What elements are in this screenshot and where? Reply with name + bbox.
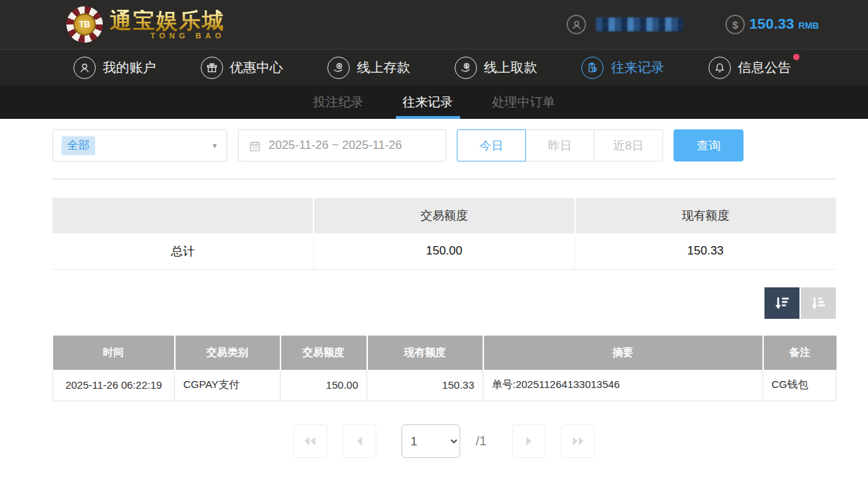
tab-betting-records[interactable]: 投注纪录 — [311, 85, 367, 119]
records-table: 时间 交易类别 交易额度 现有额度 摘要 备注 2025-11-26 06:22… — [52, 336, 837, 402]
site-subtitle: TONG BAO — [110, 32, 225, 40]
table-row: 2025-11-26 06:22:19 CGPAY支付 150.00 150.3… — [53, 370, 837, 401]
site-title: 通宝娱乐城 — [110, 10, 225, 31]
nav-item-withdraw[interactable]: 线上取款 — [455, 57, 537, 79]
double-chevron-right-icon — [570, 436, 585, 447]
site-logo[interactable]: TB 通宝娱乐城 TONG BAO — [66, 6, 225, 43]
cell-summary: 单号:202511264133013546 — [483, 370, 763, 401]
cell-current-balance: 150.33 — [367, 370, 483, 401]
chevron-left-icon — [354, 436, 365, 447]
tab-pending-orders[interactable]: 处理中订单 — [490, 85, 558, 119]
pagination: 1 /1 — [52, 424, 836, 458]
filter-row: 全部 ▼ 2025-11-26 ~ 2025-11-26 今日 昨日 近8日 查… — [52, 129, 836, 162]
summary-header-current-balance: 现有额度 — [575, 198, 836, 234]
last-page-button[interactable] — [561, 424, 595, 458]
cell-note: CG钱包 — [763, 370, 837, 401]
bell-icon — [709, 57, 731, 79]
casino-chip-icon: TB — [66, 6, 103, 43]
chevron-right-icon — [523, 436, 534, 447]
summary-header-transaction-amount: 交易额度 — [313, 198, 574, 234]
nav-label: 我的账户 — [103, 59, 156, 77]
top-header: TB 通宝娱乐城 TONG BAO $ 150.33 RMB — [0, 0, 868, 49]
notification-dot — [793, 54, 799, 60]
summary-current-balance: 150.33 — [575, 234, 836, 269]
balance-currency: RMB — [798, 20, 819, 31]
cell-transaction-amount: 150.00 — [280, 370, 367, 401]
nav-label: 线上存款 — [357, 59, 410, 77]
gift-icon — [201, 57, 223, 79]
search-button[interactable]: 查询 — [674, 129, 744, 162]
yesterday-button[interactable]: 昨日 — [525, 129, 595, 162]
summary-table: 交易额度 现有额度 总计 150.00 150.33 — [52, 198, 836, 270]
tab-transaction-records[interactable]: 往来记录 — [400, 85, 456, 119]
main-navigation: 我的账户 优惠中心 线上存款 线上取款 — [0, 49, 868, 85]
nav-label: 优惠中心 — [230, 59, 283, 77]
coin-dollar-icon: $ — [725, 15, 745, 34]
date-range-value: 2025-11-26 ~ 2025-11-26 — [269, 138, 402, 152]
sort-descending-button[interactable] — [764, 287, 799, 319]
records-clipboard-icon — [581, 57, 604, 79]
summary-total-row: 总计 150.00 150.33 — [52, 234, 836, 269]
col-current-balance: 现有额度 — [367, 336, 483, 370]
quick-date-group: 今日 昨日 近8日 — [457, 129, 663, 162]
nav-item-promotions[interactable]: 优惠中心 — [201, 57, 283, 79]
sort-descending-icon — [773, 294, 791, 312]
sort-controls — [52, 287, 836, 319]
type-select-value: 全部 — [62, 136, 95, 155]
content-area: 全部 ▼ 2025-11-26 ~ 2025-11-26 今日 昨日 近8日 查… — [0, 119, 868, 458]
cell-time: 2025-11-26 06:22:19 — [53, 370, 175, 401]
balance[interactable]: $ 150.33 RMB — [725, 15, 819, 34]
nav-label: 信息公告 — [738, 59, 791, 77]
nav-label: 线上取款 — [484, 59, 537, 77]
calendar-icon — [248, 139, 262, 152]
deposit-coin-icon — [327, 57, 350, 79]
nav-label: 往来记录 — [611, 59, 664, 77]
col-transaction-amount: 交易额度 — [280, 336, 367, 370]
page-number-select[interactable]: 1 — [401, 424, 460, 458]
previous-page-button[interactable] — [343, 424, 376, 458]
user-avatar-icon[interactable] — [567, 15, 586, 34]
total-pages-label: /1 — [476, 433, 487, 449]
withdraw-coin-icon — [455, 57, 477, 79]
summary-header-empty — [52, 198, 313, 234]
chip-monogram: TB — [73, 13, 96, 36]
nav-item-announcements[interactable]: 信息公告 — [709, 57, 791, 79]
nav-item-transaction-records[interactable]: 往来记录 — [581, 57, 664, 79]
first-page-button[interactable] — [294, 424, 327, 458]
chevron-down-icon: ▼ — [211, 142, 218, 150]
section-divider — [52, 178, 836, 180]
today-button[interactable]: 今日 — [457, 129, 526, 162]
username-redacted[interactable] — [596, 17, 683, 31]
col-transaction-type: 交易类别 — [175, 336, 280, 370]
type-select[interactable]: 全部 ▼ — [52, 129, 227, 162]
summary-total-label: 总计 — [52, 234, 313, 269]
summary-transaction-amount: 150.00 — [313, 234, 574, 269]
nav-item-my-account[interactable]: 我的账户 — [73, 57, 156, 79]
sort-ascending-icon — [809, 294, 827, 312]
nav-item-deposit[interactable]: 线上存款 — [327, 57, 410, 79]
col-note: 备注 — [763, 336, 837, 370]
last-8-days-button[interactable]: 近8日 — [594, 129, 663, 162]
date-range-input[interactable]: 2025-11-26 ~ 2025-11-26 — [238, 129, 446, 162]
next-page-button[interactable] — [512, 424, 546, 458]
col-time: 时间 — [53, 336, 175, 370]
user-icon — [73, 57, 96, 79]
sort-ascending-button[interactable] — [801, 287, 836, 319]
cell-transaction-type: CGPAY支付 — [175, 370, 280, 401]
records-header-row: 时间 交易类别 交易额度 现有额度 摘要 备注 — [53, 336, 837, 370]
balance-amount: 150.33 — [749, 15, 794, 32]
double-chevron-left-icon — [303, 436, 318, 447]
col-summary: 摘要 — [483, 336, 763, 370]
sub-tab-bar: 投注纪录 往来记录 处理中订单 — [0, 85, 868, 119]
